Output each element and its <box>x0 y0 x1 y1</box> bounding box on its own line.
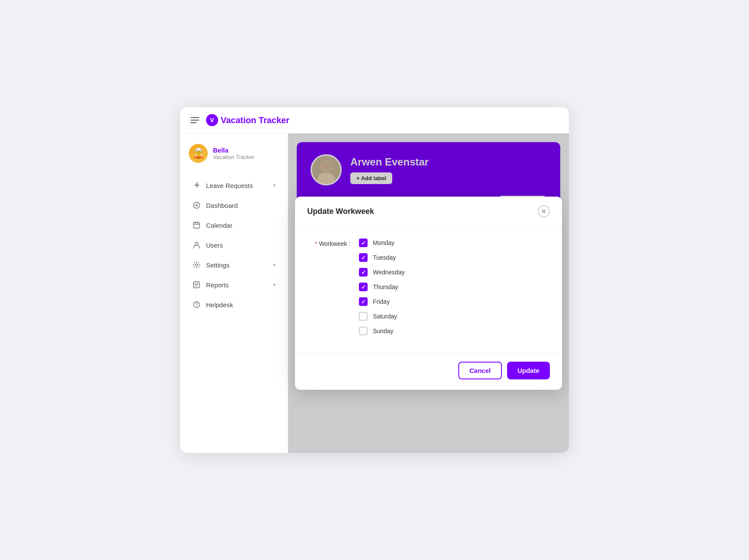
users-icon <box>192 241 201 249</box>
app-header: V Vacation Tracker <box>180 107 569 134</box>
checkbox-wednesday[interactable] <box>359 268 368 277</box>
app-body: 🧝 Bella Vacation Tracker Leave Requests … <box>180 134 569 453</box>
day-monday: Monday <box>359 239 405 247</box>
nav-label-users: Users <box>206 242 276 249</box>
day-label-saturday: Saturday <box>373 313 397 320</box>
sidebar-user: 🧝 Bella Vacation Tracker <box>180 144 288 175</box>
chevron-icon-settings: ▾ <box>273 262 276 268</box>
main-content: Arwen Evenstar + Add label Profile Leave… <box>288 134 569 453</box>
day-label-sunday: Sunday <box>373 328 393 334</box>
svg-point-1 <box>196 204 198 207</box>
settings-icon <box>192 261 201 269</box>
day-label-friday: Friday <box>373 298 390 305</box>
modal-overlay: Update Workweek ✕ * Workweek : <box>288 134 569 453</box>
sidebar-item-users[interactable]: Users <box>184 235 284 255</box>
svg-text:?: ? <box>195 302 198 307</box>
day-sunday: Sunday <box>359 327 405 335</box>
day-saturday: Saturday <box>359 312 405 321</box>
workweek-row: * Workweek : Monday <box>307 239 550 335</box>
checkbox-thursday[interactable] <box>359 283 368 291</box>
sidebar-item-reports[interactable]: Reports ▾ <box>184 275 284 294</box>
cancel-button[interactable]: Cancel <box>458 362 502 379</box>
svg-point-7 <box>196 264 198 266</box>
days-list: Monday Tuesday Wednesday <box>359 239 405 335</box>
user-info: Bella Vacation Tracker <box>213 146 255 160</box>
day-label-wednesday: Wednesday <box>373 269 405 276</box>
update-workweek-modal: Update Workweek ✕ * Workweek : <box>295 197 562 390</box>
day-label-tuesday: Tuesday <box>373 254 396 261</box>
user-name: Bella <box>213 146 255 154</box>
day-tuesday: Tuesday <box>359 253 405 262</box>
modal-footer: Cancel Update <box>295 362 562 390</box>
modal-body: * Workweek : Monday <box>295 226 562 344</box>
nav-label-dashboard: Dashboard <box>206 202 276 209</box>
logo-text: Vacation Tracker <box>221 115 289 125</box>
lightning-icon <box>192 181 201 190</box>
checkbox-monday[interactable] <box>359 239 368 247</box>
nav-label-helpdesk: Helpdesk <box>206 301 276 309</box>
checkbox-saturday[interactable] <box>359 312 368 321</box>
modal-header: Update Workweek ✕ <box>295 197 562 226</box>
nav-label-reports: Reports <box>206 281 268 289</box>
calendar-icon <box>192 221 201 229</box>
sidebar-item-helpdesk[interactable]: ? Helpdesk <box>184 295 284 314</box>
checkbox-sunday[interactable] <box>359 327 368 335</box>
nav-label-leave-requests: Leave Requests <box>206 182 268 189</box>
sidebar-item-dashboard[interactable]: Dashboard <box>184 196 284 215</box>
sidebar-item-settings[interactable]: Settings ▾ <box>184 255 284 274</box>
modal-divider <box>295 353 562 353</box>
day-thursday: Thursday <box>359 283 405 291</box>
logo-icon: V <box>206 114 218 126</box>
menu-icon[interactable] <box>190 117 199 123</box>
modal-close-button[interactable]: ✕ <box>538 205 550 217</box>
day-friday: Friday <box>359 297 405 306</box>
user-app: Vacation Tracker <box>213 154 255 160</box>
logo-letter: V <box>210 117 214 124</box>
chevron-icon-leave: ▾ <box>273 182 276 188</box>
checkbox-friday[interactable] <box>359 297 368 306</box>
reports-icon <box>192 280 201 289</box>
nav-label-calendar: Calendar <box>206 222 276 229</box>
update-button[interactable]: Update <box>507 362 550 379</box>
nav-label-settings: Settings <box>206 261 268 269</box>
logo-area: V Vacation Tracker <box>206 114 289 126</box>
day-label-monday: Monday <box>373 239 394 246</box>
svg-rect-2 <box>194 223 200 228</box>
day-wednesday: Wednesday <box>359 268 405 277</box>
dashboard-icon <box>192 201 201 210</box>
workweek-label: * Workweek : <box>307 239 350 247</box>
chevron-icon-reports: ▾ <box>273 282 276 288</box>
app-container: V Vacation Tracker 🧝 Bella Vacation Trac… <box>180 107 569 453</box>
modal-title: Update Workweek <box>307 207 374 216</box>
sidebar-item-leave-requests[interactable]: Leave Requests ▾ <box>184 176 284 195</box>
sidebar-item-calendar[interactable]: Calendar <box>184 216 284 235</box>
checkbox-tuesday[interactable] <box>359 253 368 262</box>
day-label-thursday: Thursday <box>373 283 398 290</box>
helpdesk-icon: ? <box>192 300 201 309</box>
avatar: 🧝 <box>189 144 208 163</box>
sidebar: 🧝 Bella Vacation Tracker Leave Requests … <box>180 134 288 453</box>
